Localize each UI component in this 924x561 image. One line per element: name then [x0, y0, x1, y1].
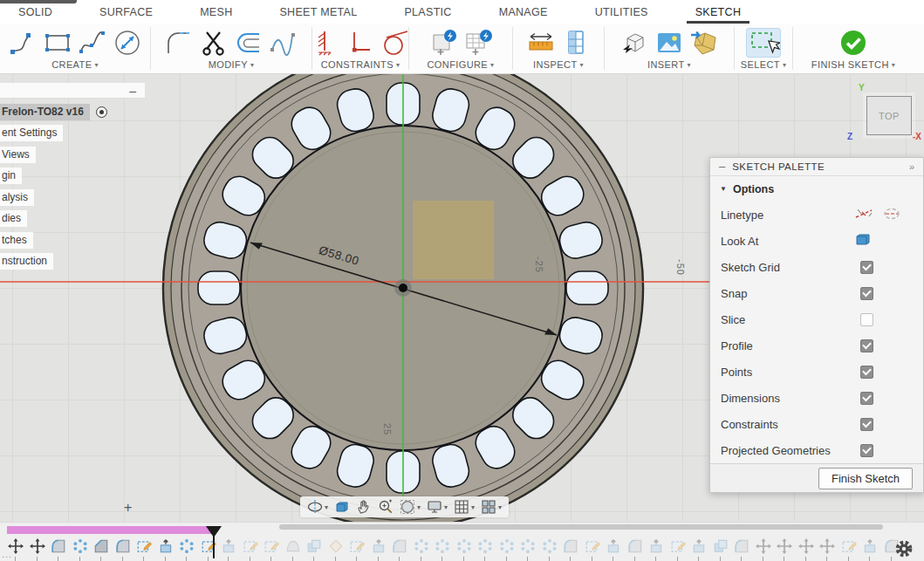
viewcube-face-label[interactable]: TOP	[879, 111, 900, 121]
timeline-feature-suppressed[interactable]	[541, 538, 558, 559]
centerline-linetype-icon[interactable]	[882, 206, 901, 225]
insert-dropdown[interactable]: INSERT▾	[647, 59, 691, 70]
checkbox[interactable]	[860, 313, 873, 326]
timeline-feature-suppressed[interactable]	[242, 538, 259, 559]
viewcube[interactable]: TOP	[866, 96, 912, 135]
timeline-feature-suppressed[interactable]	[626, 538, 644, 559]
timeline-playhead-line[interactable]	[213, 526, 215, 558]
timeline-scrollbar[interactable]	[279, 524, 883, 530]
checkbox[interactable]	[860, 261, 873, 274]
timeline-feature-suppressed[interactable]	[413, 538, 430, 559]
timeline-feature-suppressed[interactable]	[861, 538, 879, 559]
browser-item[interactable]: gin	[0, 168, 148, 184]
timeline-feature-suppressed[interactable]	[391, 538, 408, 559]
browser-item[interactable]: ent Settings	[0, 125, 148, 141]
timeline-feature-suppressed[interactable]	[263, 538, 280, 559]
visibility-radio-icon[interactable]	[96, 106, 107, 118]
inspect-section-analysis-button[interactable]	[561, 28, 591, 58]
configure-configuration-button[interactable]	[428, 28, 458, 58]
collapse-minus-icon[interactable]: –	[719, 160, 725, 173]
modify-trim-button[interactable]	[199, 28, 229, 58]
constraint-tangent-button[interactable]	[380, 28, 410, 58]
chevron-down-icon[interactable]: ▾	[444, 503, 448, 511]
browser-item[interactable]: nstruction	[0, 253, 148, 270]
ribbon-tab[interactable]: MESH	[196, 0, 236, 24]
browser-add-plus-icon[interactable]: +	[124, 500, 132, 516]
timeline-feature-suppressed[interactable]	[498, 538, 516, 559]
chevron-down-icon[interactable]: ▾	[325, 503, 328, 511]
browser-item[interactable]: tches	[0, 232, 148, 249]
timeline-feature-suppressed[interactable]	[712, 538, 729, 559]
browser-item[interactable]: dies	[0, 210, 148, 227]
document-name[interactable]: Frelon-TO82 v16	[0, 104, 90, 120]
viewports-button[interactable]: ▾	[481, 499, 502, 515]
collapse-minus-icon[interactable]: –	[129, 86, 136, 95]
timeline-feature-suppressed[interactable]	[755, 538, 772, 559]
chevron-down-icon[interactable]: ▾	[471, 503, 475, 511]
checkbox[interactable]	[860, 418, 873, 431]
timeline-feature[interactable]	[135, 538, 153, 559]
modify-offset-button[interactable]	[234, 28, 264, 58]
timeline-feature-suppressed[interactable]	[284, 538, 302, 559]
chevron-down-icon[interactable]: ▾	[498, 503, 502, 511]
constraint-horizontal-vertical-button[interactable]	[346, 28, 375, 58]
ribbon-tab[interactable]: SHEET METAL	[276, 0, 360, 24]
timeline-feature[interactable]	[157, 538, 175, 559]
timeline-feature-suppressed[interactable]	[840, 538, 858, 559]
pan-button[interactable]	[356, 499, 372, 515]
ribbon-tab[interactable]: SURFACE	[96, 0, 156, 24]
finish-sketch-confirm-button[interactable]: Finish Sketch	[818, 468, 913, 489]
modify-curve-button[interactable]	[269, 28, 298, 58]
timeline-feature-suppressed[interactable]	[455, 538, 473, 559]
checkbox[interactable]	[860, 392, 873, 405]
timeline-feature-suppressed[interactable]	[776, 538, 793, 559]
timeline-feature-suppressed[interactable]	[584, 538, 601, 559]
construction-linetype-icon[interactable]	[854, 206, 873, 225]
checkbox[interactable]	[860, 444, 873, 457]
insert-canvas-button[interactable]	[654, 28, 684, 58]
timeline-feature[interactable]	[50, 538, 67, 559]
timeline-group-bar[interactable]	[7, 526, 215, 534]
timeline-feature-suppressed[interactable]	[434, 538, 451, 559]
constraint-fix-button[interactable]	[311, 28, 340, 58]
timeline-feature-suppressed[interactable]	[797, 538, 815, 559]
ribbon-tab[interactable]: MANAGE	[496, 0, 551, 24]
create-rectangle-button[interactable]	[43, 28, 72, 58]
timeline-feature-suppressed[interactable]	[348, 538, 366, 559]
configure-table-button[interactable]	[463, 28, 493, 58]
finish-sketch-button[interactable]	[838, 28, 868, 58]
select-dropdown[interactable]: SELECT▾	[741, 59, 787, 70]
checkbox[interactable]	[860, 366, 873, 379]
timeline-feature[interactable]	[178, 538, 195, 559]
ribbon-tab[interactable]: UTILITIES	[592, 0, 652, 24]
ribbon-tab[interactable]: SOLID	[15, 0, 56, 24]
timeline-settings-gear-icon[interactable]	[895, 540, 913, 558]
modify-fillet-button[interactable]	[164, 28, 194, 58]
ribbon-tab[interactable]: SKETCH	[692, 0, 745, 24]
palette-options-section[interactable]: ▼ Options	[710, 176, 923, 202]
browser-item-document[interactable]: Frelon-TO82 v16	[0, 104, 148, 120]
timeline-feature-suppressed[interactable]	[220, 538, 237, 559]
timeline-feature[interactable]	[72, 538, 89, 559]
timeline-feature-suppressed[interactable]	[519, 538, 537, 559]
look-at-icon[interactable]	[854, 232, 872, 250]
grid-settings-button[interactable]: ▾	[454, 499, 475, 515]
insert-mesh-button[interactable]	[689, 28, 719, 58]
timeline-feature-suppressed[interactable]	[305, 538, 323, 559]
ribbon-tab[interactable]: PLASTIC	[400, 0, 455, 24]
timeline-feature-suppressed[interactable]	[647, 538, 665, 559]
modify-dropdown[interactable]: MODIFY▾	[209, 59, 255, 70]
zoom-button[interactable]	[378, 499, 394, 515]
sketch-palette-header[interactable]: – SKETCH PALETTE »	[710, 158, 923, 176]
inspect-dropdown[interactable]: INSPECT▾	[533, 59, 584, 70]
timeline-feature[interactable]	[114, 538, 132, 559]
timeline-feature-suppressed[interactable]	[818, 538, 836, 559]
timeline-feature-suppressed[interactable]	[669, 538, 687, 559]
orbit-button[interactable]: ▾	[307, 499, 328, 515]
timeline-feature-suppressed[interactable]	[605, 538, 622, 559]
create-dropdown[interactable]: CREATE▾	[51, 59, 99, 70]
timeline-feature-suppressed[interactable]	[370, 538, 387, 559]
create-line-button[interactable]	[8, 28, 38, 58]
chevron-down-icon[interactable]: ▾	[417, 503, 421, 511]
look-at-button[interactable]	[334, 499, 350, 515]
